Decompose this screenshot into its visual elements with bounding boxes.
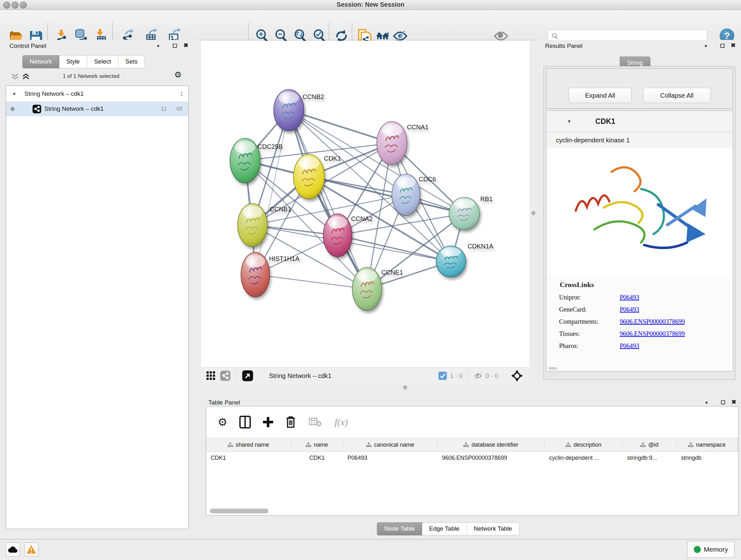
network-selection-status: 1 of 1 Network selected bbox=[0, 73, 182, 79]
column-header-@id[interactable]: @id bbox=[623, 438, 677, 451]
birds-eye-view-icon[interactable] bbox=[242, 370, 253, 381]
node-label-CCNA1: CCNA1 bbox=[407, 124, 428, 131]
table-options-gear-icon[interactable]: ⚙ bbox=[218, 417, 227, 428]
crosslink-link[interactable]: P06493 bbox=[620, 306, 639, 313]
entry-expander-icon[interactable]: ▾ bbox=[568, 118, 570, 124]
warnings-button[interactable] bbox=[24, 543, 38, 557]
network-node-CCNB1[interactable]: CCNB1 bbox=[238, 204, 291, 247]
vertical-splitter-handle[interactable] bbox=[531, 211, 536, 215]
table-horizontal-scrollbar[interactable] bbox=[210, 509, 268, 513]
toolbar-divider bbox=[468, 370, 468, 381]
float-panel-icon[interactable]: ◻ bbox=[172, 42, 177, 49]
current-network-title: String Network – cdk1 bbox=[269, 372, 332, 380]
entry-description: cyclin-dependent kinase 1 bbox=[546, 132, 733, 147]
collapse-panel-icon[interactable]: ▾ bbox=[705, 400, 708, 406]
network-node-HIST1H1A[interactable]: HIST1H1A bbox=[241, 252, 300, 297]
memory-button[interactable]: Memory bbox=[687, 541, 735, 558]
entry-gene-name: CDK1 bbox=[596, 117, 616, 126]
column-header-namespace[interactable]: namespace bbox=[677, 438, 738, 451]
close-panel-icon[interactable]: ✖ bbox=[184, 42, 188, 49]
column-header-description[interactable]: description bbox=[545, 438, 623, 451]
delete-column-icon[interactable] bbox=[285, 416, 296, 428]
show-columns-icon[interactable] bbox=[239, 416, 251, 428]
crosslink-row: Tissues:9606.ENSP00000378699 bbox=[559, 330, 733, 337]
crosslink-label: Tissues: bbox=[559, 330, 620, 337]
tab-style[interactable]: Style bbox=[59, 55, 87, 68]
cloud-button[interactable] bbox=[6, 543, 20, 557]
table-cell[interactable]: cyclin-dependent ... bbox=[545, 451, 623, 465]
network-node-CCNE1[interactable]: CCNE1 bbox=[352, 267, 403, 311]
node-label-CDK1: CDK1 bbox=[324, 155, 341, 162]
network-node-CDC6[interactable]: CDC6 bbox=[392, 174, 436, 215]
network-node-CCNA1[interactable]: CCNA1 bbox=[377, 122, 428, 165]
crosslink-label: Compartments: bbox=[559, 318, 620, 325]
table-cell[interactable]: P06493 bbox=[343, 451, 437, 465]
column-header-canonical-name[interactable]: canonical name bbox=[343, 438, 437, 451]
node-label-CDC6: CDC6 bbox=[419, 176, 436, 183]
protein-structure-image bbox=[547, 148, 732, 276]
network-canvas[interactable]: CCNB2CCNA1CDC25BCDK1CDC6RB1CCNB1CCNA2CDK… bbox=[201, 41, 529, 367]
collapse-panel-icon[interactable]: ▾ bbox=[157, 43, 159, 49]
expand-all-button[interactable]: Expand All bbox=[569, 88, 631, 103]
tab-node-table[interactable]: Node Table bbox=[377, 522, 422, 536]
table-cell[interactable]: 9606.ENSP00000378699 bbox=[437, 451, 545, 465]
crosslink-link[interactable]: 9606.ENSP00000378699 bbox=[620, 318, 685, 325]
network-node-CDKN1A[interactable]: CDKN1A bbox=[436, 243, 494, 277]
entry-scrollbar[interactable] bbox=[548, 367, 557, 370]
table-row[interactable]: CDK1CDK1P064939606.ENSP00000378699cyclin… bbox=[206, 451, 738, 465]
tab-edge-table[interactable]: Edge Table bbox=[422, 522, 467, 536]
tab-network[interactable]: Network bbox=[22, 55, 59, 68]
control-panel-tabs: NetworkStyleSelectSets bbox=[22, 55, 145, 68]
node-label-CCNA2: CCNA2 bbox=[351, 215, 373, 222]
string-network-icon bbox=[32, 105, 41, 113]
network-node-CCNA2[interactable]: CCNA2 bbox=[323, 214, 373, 257]
tab-sets[interactable]: Sets bbox=[118, 55, 145, 68]
network-node-CCNB2[interactable]: CCNB2 bbox=[274, 89, 324, 131]
table-toolbar: ⚙ f(x) bbox=[206, 407, 738, 438]
crosslink-link[interactable]: 9606.ENSP00000378699 bbox=[620, 330, 685, 337]
tab-select[interactable]: Select bbox=[87, 55, 118, 68]
crosslinks-title: CrossLinks bbox=[560, 281, 733, 289]
crosslink-row: Uniprot:P06493 bbox=[559, 294, 733, 301]
network-edge-CCNA2-CDKN1A bbox=[338, 235, 451, 261]
current-network-dot-icon bbox=[10, 107, 15, 111]
node-label-CCNB1: CCNB1 bbox=[270, 206, 291, 212]
table-cell[interactable]: stringdb bbox=[677, 451, 738, 465]
network-node-RB1[interactable]: RB1 bbox=[449, 195, 493, 230]
crosslink-link[interactable]: P06493 bbox=[620, 342, 639, 350]
entry-header[interactable]: ▾ CDK1 bbox=[546, 111, 733, 132]
fit-selected-crosshair-icon[interactable] bbox=[511, 370, 523, 382]
network-node-CDC25B[interactable]: CDC25B bbox=[230, 138, 283, 183]
float-panel-icon[interactable]: ◻ bbox=[721, 398, 725, 406]
close-panel-icon[interactable]: ✖ bbox=[731, 398, 736, 406]
table-panel: Table Panel ▾ ◻ ✖ ⚙ f(x) shared namename… bbox=[199, 391, 741, 539]
collapse-panel-icon[interactable]: ▾ bbox=[704, 43, 707, 49]
grid-view-icon[interactable] bbox=[206, 371, 216, 381]
float-panel-icon[interactable]: ◻ bbox=[720, 42, 725, 49]
node-result-entry: ▾ CDK1 cyclin-dependent kinase 1 bbox=[546, 111, 733, 371]
network-row-selected[interactable]: String Network – cdk1 11 48 bbox=[6, 102, 188, 116]
column-header-shared-name[interactable]: shared name bbox=[206, 438, 291, 451]
collection-count: 1 bbox=[180, 90, 183, 98]
node-label-CDC25B: CDC25B bbox=[258, 143, 283, 150]
table-cell[interactable]: CDK1 bbox=[291, 451, 343, 465]
crosslink-row: Pharos:P06493 bbox=[559, 342, 733, 350]
tree-expander-icon[interactable]: ▾ bbox=[13, 91, 16, 97]
search-input[interactable] bbox=[559, 33, 697, 40]
collapse-all-button[interactable]: Collapse All bbox=[643, 88, 711, 103]
column-header-name[interactable]: name bbox=[291, 438, 343, 451]
table-cell[interactable]: stringdb:9... bbox=[623, 451, 677, 465]
status-bar: Memory bbox=[0, 539, 741, 560]
network-view-icon[interactable] bbox=[220, 371, 230, 381]
horizontal-splitter-handle[interactable] bbox=[403, 385, 407, 389]
add-column-icon[interactable] bbox=[262, 416, 274, 428]
tab-network-table[interactable]: Network Table bbox=[467, 522, 520, 536]
network-tree: ▾ String Network – cdk1 1 String Network… bbox=[6, 85, 189, 529]
selected-nodes-edges-count: 1 - 0 bbox=[450, 372, 463, 380]
network-collection-row[interactable]: ▾ String Network – cdk1 1 bbox=[6, 86, 188, 101]
network-options-gear-icon[interactable]: ⚙ bbox=[174, 71, 182, 79]
close-panel-icon[interactable]: ✖ bbox=[731, 42, 736, 49]
crosslink-link[interactable]: P06493 bbox=[620, 294, 639, 301]
table-cell[interactable]: CDK1 bbox=[206, 451, 291, 465]
column-header-database-identifier[interactable]: database identifier bbox=[437, 438, 545, 451]
